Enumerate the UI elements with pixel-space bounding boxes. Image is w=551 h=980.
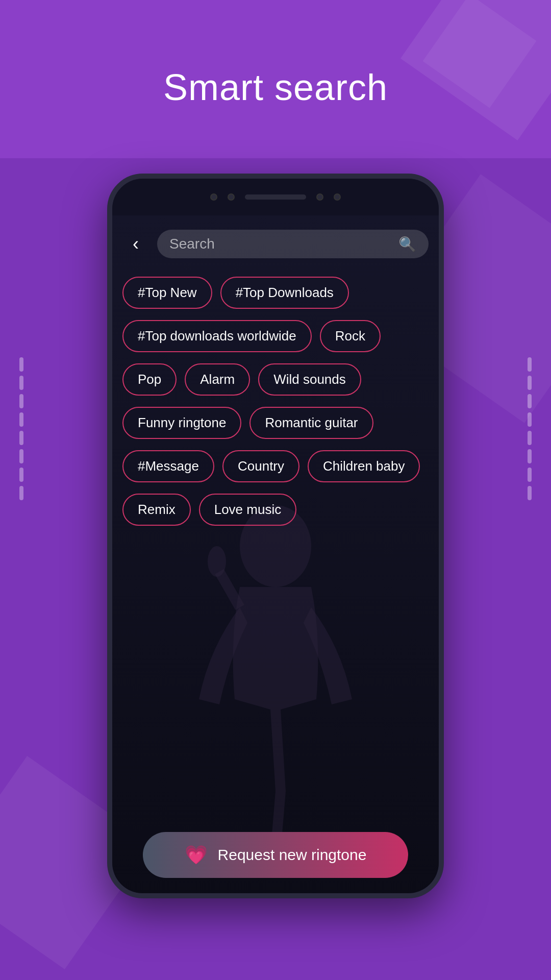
- phone-body: ‹ Search 🔍 #Top New #Top Downloads #Top …: [107, 174, 444, 898]
- tag-alarm[interactable]: Alarm: [185, 363, 250, 396]
- tag-country[interactable]: Country: [222, 450, 299, 482]
- phone-mockup: ‹ Search 🔍 #Top New #Top Downloads #Top …: [107, 174, 444, 898]
- silent-button: [107, 260, 110, 291]
- phone-screen: ‹ Search 🔍 #Top New #Top Downloads #Top …: [112, 215, 439, 893]
- tag-top-downloads-worldwide[interactable]: #Top downloads worldwide: [122, 320, 312, 352]
- search-icon: 🔍: [398, 236, 416, 253]
- tag-wild-sounds[interactable]: Wild sounds: [258, 363, 361, 396]
- request-heart-icon: 💗: [185, 844, 208, 866]
- singer-silhouette: [168, 505, 383, 852]
- dashes-right-decoration: [528, 357, 532, 500]
- search-input[interactable]: Search: [169, 236, 392, 252]
- search-input-wrapper[interactable]: Search 🔍: [157, 230, 429, 258]
- tags-row-3: Pop Alarm Wild sounds: [122, 363, 429, 396]
- tags-row-6: Remix Love music: [122, 494, 429, 526]
- tags-row-5: #Message Country Children baby: [122, 450, 429, 482]
- tag-funny-ringtone[interactable]: Funny ringtone: [122, 407, 241, 439]
- tag-top-new[interactable]: #Top New: [122, 277, 212, 309]
- svg-line-1: [219, 572, 240, 607]
- page-title: Smart search: [0, 66, 551, 108]
- sensor-dot-2: [334, 193, 341, 201]
- sensor-dot: [228, 193, 235, 201]
- tags-row-2: #Top downloads worldwide Rock: [122, 320, 429, 352]
- tag-remix[interactable]: Remix: [122, 494, 191, 526]
- tag-message[interactable]: #Message: [122, 450, 214, 482]
- tag-top-downloads[interactable]: #Top Downloads: [220, 277, 349, 309]
- volume-down-button: [107, 352, 110, 393]
- tag-romantic-guitar[interactable]: Romantic guitar: [249, 407, 373, 439]
- back-button[interactable]: ‹: [122, 231, 149, 257]
- power-button: [441, 281, 444, 322]
- request-ringtone-label: Request new ringtone: [218, 846, 367, 864]
- tag-pop[interactable]: Pop: [122, 363, 177, 396]
- tag-children-baby[interactable]: Children baby: [308, 450, 420, 482]
- svg-point-2: [208, 546, 226, 577]
- tag-love-music[interactable]: Love music: [199, 494, 297, 526]
- tag-rock[interactable]: Rock: [320, 320, 381, 352]
- volume-up-button: [107, 301, 110, 342]
- earpiece: [245, 194, 306, 200]
- tags-row-4: Funny ringtone Romantic guitar: [122, 407, 429, 439]
- request-ringtone-button[interactable]: 💗 Request new ringtone: [143, 832, 408, 878]
- tags-row-1: #Top New #Top Downloads: [122, 277, 429, 309]
- dashes-left-decoration: [19, 357, 23, 500]
- camera-dot: [316, 193, 323, 201]
- front-camera: [210, 193, 217, 201]
- search-bar[interactable]: ‹ Search 🔍: [122, 226, 429, 262]
- tags-container: #Top New #Top Downloads #Top downloads w…: [122, 277, 429, 526]
- phone-status-bar: [112, 179, 439, 215]
